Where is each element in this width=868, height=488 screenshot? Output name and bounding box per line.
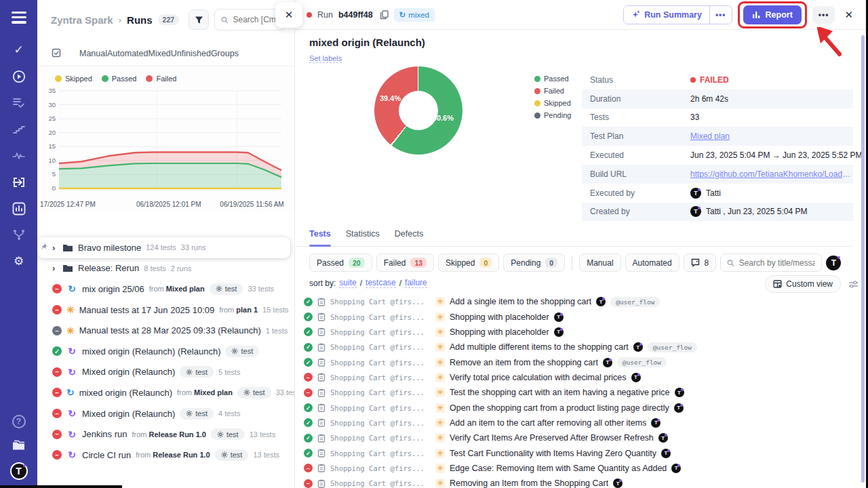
- test-row[interactable]: − Shopping Cart @firs... ✳ Edge Case: Re…: [304, 461, 859, 476]
- steps-icon[interactable]: [11, 122, 27, 137]
- run-list-item[interactable]: − ↻ Mixed origin (Relaunch) test 5 tests: [37, 362, 294, 383]
- breadcrumb-app[interactable]: Zyntra Spark: [51, 14, 113, 26]
- run-state-badge[interactable]: ↻ mixed: [394, 8, 435, 22]
- run-list-item[interactable]: – ✳ Manual tests at 28 Mar 2025 09:33 (R…: [37, 320, 294, 341]
- runs-tab[interactable]: Groups: [211, 49, 239, 58]
- test-chip: test: [180, 408, 214, 420]
- check-icon[interactable]: ✓: [11, 43, 27, 58]
- play-circle-icon[interactable]: [11, 69, 27, 84]
- branch-icon[interactable]: [11, 228, 27, 243]
- scrollbar[interactable]: [861, 35, 865, 483]
- runs-tab[interactable]: Mixed: [148, 49, 170, 58]
- runs-search-input[interactable]: [233, 15, 279, 24]
- test-row[interactable]: − Shopping Cart @firs... ✳ Test the shop…: [304, 385, 859, 400]
- copy-icon[interactable]: [380, 10, 389, 20]
- detail-link[interactable]: Mixed plan: [690, 131, 730, 141]
- test-row[interactable]: ✓ Shopping Cart @firs... ✳ Verify Cart I…: [304, 430, 859, 445]
- chevron-right-icon[interactable]: ›: [52, 263, 58, 273]
- folder-icon[interactable]: [11, 438, 27, 453]
- close-icon[interactable]: ✕: [840, 6, 857, 24]
- menu-icon[interactable]: [12, 12, 26, 24]
- test-row[interactable]: ✓ Shopping Cart @firs... ✳ Shopping with…: [304, 325, 859, 340]
- tests-search-input[interactable]: [739, 258, 816, 268]
- assignee-avatar[interactable]: T: [826, 256, 841, 270]
- test-row[interactable]: ✓ Shopping Cart @firs... ✳ Shopping with…: [304, 309, 859, 324]
- detail-tab[interactable]: Tests: [309, 229, 331, 240]
- runs-tab[interactable]: Automated: [107, 49, 148, 58]
- close-icon[interactable]: ✕: [275, 2, 302, 28]
- test-row[interactable]: − Shopping Cart @firs... ✳ Removing an I…: [304, 476, 859, 488]
- status-filter-chip[interactable]: Pending 0: [503, 253, 565, 272]
- select-all-icon[interactable]: [51, 47, 62, 58]
- svg-text:20: 20: [48, 129, 56, 136]
- sort-link-suite[interactable]: suite: [339, 278, 356, 288]
- run-list-item[interactable]: − ✳ Manual tests at 17 Jun 2025 10:09 fr…: [37, 300, 294, 321]
- annotation-arrow: [812, 27, 845, 60]
- list-check-icon[interactable]: [11, 96, 27, 110]
- run-list-item[interactable]: › Release: Rerun 8 tests 2 runs: [37, 258, 294, 279]
- help-icon[interactable]: ?: [12, 415, 26, 428]
- burst-icon: ✳: [435, 464, 445, 473]
- run-list-item[interactable]: › Bravo milestone 124 tests 33 runs: [37, 237, 290, 258]
- runs-tab[interactable]: Manual: [79, 49, 107, 58]
- test-tag: @user_flow: [610, 297, 660, 307]
- test-row[interactable]: ✓ Shopping Cart @firs... ✳ Remove an ite…: [304, 354, 859, 369]
- status-filter-chip[interactable]: Passed 20: [309, 253, 372, 272]
- mode-filter-chip[interactable]: Manual: [579, 253, 620, 272]
- runs-tab[interactable]: Unfinished: [171, 49, 211, 58]
- bar-chart-icon[interactable]: [11, 201, 27, 216]
- svg-text:0: 0: [52, 184, 56, 192]
- view-settings-icon[interactable]: [848, 279, 859, 291]
- detail-tab[interactable]: Statistics: [346, 229, 380, 240]
- run-status-icon: −: [52, 409, 62, 418]
- chevron-right-icon[interactable]: ›: [52, 243, 58, 253]
- detail-tab[interactable]: Defects: [395, 229, 423, 240]
- gear-icon[interactable]: ⚙: [11, 254, 27, 269]
- comment-icon: [691, 258, 700, 267]
- search-icon: [221, 16, 228, 24]
- more-options-icon[interactable]: •••: [812, 6, 835, 24]
- run-tests-count: 33 tests: [248, 285, 274, 293]
- run-list-item[interactable]: − ↻ Circle CI run from Release Run 1.0 t…: [37, 445, 294, 466]
- test-row[interactable]: ✓ Shopping Cart @firs... ✳ Test Cart Fun…: [304, 445, 859, 460]
- detail-link[interactable]: https://github.com/TetianaKhomenko/Load-…: [690, 169, 852, 179]
- run-list-item[interactable]: ✓ ↻ mixed origin (Relaunch) (Relaunch) t…: [37, 341, 294, 362]
- clipboard-icon: [317, 403, 326, 412]
- run-list-item[interactable]: − ↻ mixed origin (Relaunch) from Mixed p…: [37, 382, 294, 403]
- filter-button[interactable]: [189, 9, 209, 30]
- detail-value: 2h 6m 42s: [690, 94, 728, 104]
- user-avatar[interactable]: T: [10, 462, 28, 480]
- summary-more-icon[interactable]: •••: [709, 6, 732, 24]
- detail-row: Executed by T Tatti: [582, 184, 853, 203]
- test-row[interactable]: ✓ Shopping Cart @firs... ✳ Add multiple …: [304, 340, 859, 354]
- test-row[interactable]: ✓ Shopping Cart @firs... ✳ Add an item t…: [304, 415, 859, 430]
- assignee-avatar: T: [603, 358, 612, 367]
- test-row[interactable]: ✓ Shopping Cart @firs... ✳ Add a single …: [304, 294, 859, 309]
- mode-filter-chip[interactable]: Automated: [625, 253, 679, 272]
- report-button[interactable]: Report: [743, 5, 802, 24]
- tests-search[interactable]: [720, 253, 822, 272]
- custom-view-button[interactable]: Custom view: [765, 275, 841, 293]
- run-tests-count: 13 tests: [253, 451, 279, 459]
- status-filter-chip[interactable]: Failed 13: [376, 253, 434, 272]
- test-title: Edge Case: Removing Item with Same Quant…: [450, 464, 667, 473]
- run-list-item[interactable]: − ↻ Mixed origin (Relaunch) test 4 tests: [37, 403, 294, 424]
- run-list-item[interactable]: − ↻ Jenkins run from Release Run 1.0 tes…: [37, 424, 294, 445]
- sign-in-icon[interactable]: [11, 175, 27, 190]
- test-row[interactable]: ✓ Shopping Cart @firs... ✳ Open the shop…: [304, 400, 859, 415]
- pulse-icon[interactable]: [11, 148, 27, 163]
- assignee-avatar: T: [554, 327, 564, 337]
- test-status-icon: −: [304, 464, 313, 472]
- run-summary-button[interactable]: Run Summary: [624, 6, 709, 24]
- clipboard-icon: [317, 358, 326, 367]
- test-row[interactable]: − Shopping Cart @firs... ✳ Verify total …: [304, 370, 859, 385]
- run-name: Mixed origin (Relaunch): [82, 367, 175, 377]
- set-labels-link[interactable]: Set labels: [309, 54, 342, 63]
- comments-filter-chip[interactable]: 8: [684, 253, 717, 272]
- sort-link-failure[interactable]: failure: [405, 278, 427, 288]
- sort-link-testcase[interactable]: testcase: [366, 278, 396, 288]
- run-list-item[interactable]: − ↻ mix origin 25/06 from Mixed plan tes…: [37, 279, 294, 300]
- status-filter-chip[interactable]: Skipped 0: [438, 253, 499, 272]
- svg-text:30: 30: [48, 101, 56, 108]
- run-tests-count: 1 tests: [266, 327, 288, 335]
